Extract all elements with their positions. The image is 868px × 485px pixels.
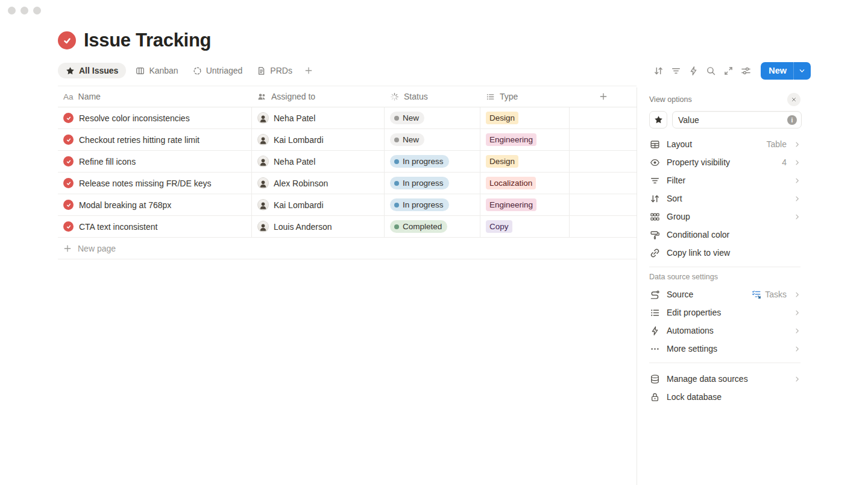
type-cell[interactable]: Design	[480, 151, 570, 172]
sliders-icon	[741, 66, 751, 76]
menu-item-copy-link-to-view[interactable]: Copy link to view	[649, 244, 800, 262]
menu-item-layout[interactable]: Layout Table	[649, 135, 800, 153]
dashed-circle-icon	[193, 66, 202, 75]
menu-item-property-visibility[interactable]: Property visibility 4	[649, 153, 800, 171]
window-control-dot[interactable]	[8, 7, 16, 14]
status-cell[interactable]: New	[385, 107, 480, 128]
view-settings-button[interactable]	[738, 63, 753, 78]
name-cell[interactable]: CTA text inconsistent	[58, 216, 252, 237]
people-icon	[257, 92, 266, 101]
column-header-assigned-to[interactable]: Assigned to	[252, 86, 385, 107]
extra-cell[interactable]	[570, 194, 637, 215]
sort-button[interactable]	[651, 63, 666, 78]
view-options-panel: View options i Layout Table Property vis…	[637, 87, 868, 485]
lightning-icon	[688, 66, 699, 76]
menu-item-sort[interactable]: Sort	[649, 189, 800, 208]
data-source-settings-list: Source Tasks Edit properties Automations…	[649, 285, 800, 358]
panel-header: View options	[649, 91, 800, 108]
extra-cell[interactable]	[570, 151, 637, 172]
status-dot	[394, 159, 399, 164]
red-check-circle-icon	[63, 200, 74, 210]
tab-all-issues[interactable]: All Issues	[58, 63, 126, 78]
add-property-button[interactable]	[570, 86, 637, 107]
red-check-circle-icon	[63, 221, 74, 232]
filter-button[interactable]	[668, 63, 684, 78]
issues-table: Aa Name Assigned to Status Type Resolve …	[58, 86, 637, 259]
assignee-cell[interactable]: Neha Patel	[252, 151, 385, 172]
menu-item-automations[interactable]: Automations	[649, 322, 800, 340]
status-cell[interactable]: Completed	[385, 216, 480, 237]
assignee-cell[interactable]: Kai Lombardi	[252, 194, 385, 215]
name-cell[interactable]: Release notes missing FR/DE keys	[58, 173, 252, 194]
chevron-right-icon	[794, 376, 800, 382]
name-cell[interactable]: Refine fill icons	[58, 151, 252, 172]
menu-item-manage-data-sources[interactable]: Manage data sources	[649, 370, 800, 388]
text-icon: Aa	[63, 92, 74, 101]
type-cell[interactable]: Engineering	[480, 129, 570, 150]
window-control-dot[interactable]	[33, 7, 41, 14]
table-row[interactable]: Release notes missing FR/DE keys Alex Ro…	[58, 173, 637, 194]
new-dropdown-button[interactable]	[793, 62, 811, 80]
column-header-type[interactable]: Type	[480, 86, 570, 107]
window-controls	[8, 7, 41, 14]
spinner-icon	[390, 92, 399, 101]
table-row[interactable]: Checkout retries hitting rate limit Kai …	[58, 129, 637, 151]
table-row[interactable]: CTA text inconsistent Louis Anderson Com…	[58, 216, 637, 238]
column-header-status[interactable]: Status	[385, 86, 480, 107]
assignee-cell[interactable]: Alex Robinson	[252, 173, 385, 194]
window-control-dot[interactable]	[20, 7, 28, 14]
new-button[interactable]: New	[761, 62, 793, 80]
tab-prds[interactable]: PRDs	[252, 63, 297, 78]
add-view-button[interactable]	[301, 63, 316, 78]
menu-item-lock-database[interactable]: Lock database	[649, 388, 800, 406]
status-dot	[394, 224, 399, 229]
search-button[interactable]	[703, 63, 719, 78]
chevron-right-icon	[794, 309, 800, 316]
column-header-name[interactable]: Aa Name	[58, 86, 252, 107]
new-page-row[interactable]: New page	[58, 238, 637, 259]
page-title: Issue Tracking	[84, 30, 211, 51]
status-cell[interactable]: New	[385, 129, 480, 150]
menu-item-group[interactable]: Group	[649, 208, 800, 226]
assignee-cell[interactable]: Neha Patel	[252, 107, 385, 128]
menu-item-filter[interactable]: Filter	[649, 171, 800, 189]
source-icon	[650, 290, 660, 300]
menu-item-more-settings[interactable]: More settings	[649, 340, 800, 358]
type-cell[interactable]: Localization	[480, 173, 570, 194]
name-cell[interactable]: Modal breaking at 768px	[58, 194, 252, 215]
extra-cell[interactable]	[570, 216, 637, 237]
menu-item-edit-properties[interactable]: Edit properties	[649, 303, 800, 322]
star-icon	[654, 115, 663, 124]
table-row[interactable]: Resolve color inconsistencies Neha Patel…	[58, 107, 637, 129]
menu-item-source[interactable]: Source Tasks	[649, 285, 800, 303]
type-cell[interactable]: Design	[480, 107, 570, 128]
view-icon-button[interactable]	[649, 111, 667, 128]
table-row[interactable]: Refine fill icons Neha Patel In progress…	[58, 151, 637, 173]
type-cell[interactable]: Copy	[480, 216, 570, 237]
red-check-circle-icon[interactable]	[58, 31, 76, 49]
chevron-right-icon	[794, 141, 800, 148]
name-cell[interactable]: Checkout retries hitting rate limit	[58, 129, 252, 150]
status-cell[interactable]: In progress	[385, 173, 480, 194]
name-cell[interactable]: Resolve color inconsistencies	[58, 107, 252, 128]
assignee-cell[interactable]: Louis Anderson	[252, 216, 385, 237]
close-panel-button[interactable]	[787, 93, 800, 106]
red-check-circle-icon	[63, 178, 74, 188]
divider	[649, 363, 800, 363]
info-icon[interactable]: i	[787, 115, 797, 125]
extra-cell[interactable]	[570, 129, 637, 150]
status-cell[interactable]: In progress	[385, 194, 480, 215]
expand-button[interactable]	[721, 63, 736, 78]
automations-button[interactable]	[686, 63, 701, 78]
assignee-cell[interactable]: Kai Lombardi	[252, 129, 385, 150]
extra-cell[interactable]	[570, 107, 637, 128]
menu-item-conditional-color[interactable]: Conditional color	[649, 226, 800, 244]
view-name-input[interactable]	[678, 115, 787, 125]
tab-kanban[interactable]: Kanban	[131, 63, 183, 78]
tab-untriaged[interactable]: Untriaged	[188, 63, 248, 78]
status-cell[interactable]: In progress	[385, 151, 480, 172]
table-row[interactable]: Modal breaking at 768px Kai Lombardi In …	[58, 194, 637, 216]
extra-cell[interactable]	[570, 173, 637, 194]
type-cell[interactable]: Engineering	[480, 194, 570, 215]
view-name-field: i	[672, 111, 802, 128]
